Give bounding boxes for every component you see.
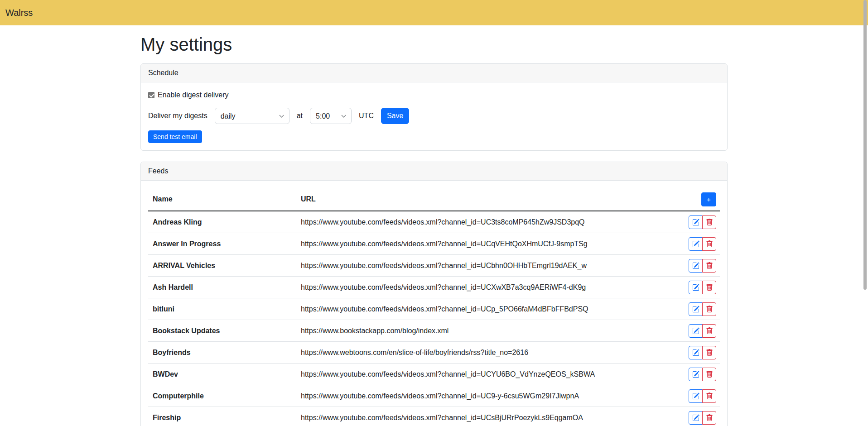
pencil-square-icon — [692, 306, 699, 313]
feed-url: https://www.bookstackapp.com/blog/index.… — [296, 323, 679, 339]
pencil-square-icon — [692, 349, 699, 356]
edit-feed-button[interactable] — [689, 346, 703, 359]
row-actions — [689, 346, 716, 359]
feeds-card: Feeds Name URL + Andreas Kling https://w… — [140, 162, 728, 426]
row-actions — [689, 237, 716, 251]
feeds-card-body: Name URL + Andreas Kling https://www.you… — [141, 181, 727, 426]
edit-feed-button[interactable] — [689, 259, 703, 273]
trash-icon — [706, 262, 713, 269]
trash-icon — [706, 392, 713, 400]
pencil-square-icon — [692, 284, 699, 291]
enable-digest-checkbox[interactable] — [148, 92, 154, 98]
edit-feed-button[interactable] — [689, 368, 703, 381]
feed-name: Andreas Kling — [148, 215, 296, 230]
add-feed-button[interactable]: + — [701, 192, 716, 206]
delete-feed-button[interactable] — [702, 368, 716, 381]
send-test-email-button[interactable]: Send test email — [148, 130, 202, 143]
feed-url: https://www.webtoons.com/en/slice-of-lif… — [296, 345, 679, 360]
feeds-table: Name URL + Andreas Kling https://www.you… — [148, 188, 720, 426]
pencil-square-icon — [692, 262, 699, 269]
row-actions — [689, 302, 716, 316]
top-navbar: Walrss — [0, 0, 868, 25]
schedule-card-body: Enable digest delivery Deliver my digest… — [141, 82, 727, 150]
enable-digest-text: Enable digest delivery — [158, 90, 229, 101]
edit-feed-button[interactable] — [689, 215, 703, 229]
delete-feed-button[interactable] — [702, 259, 716, 273]
trash-icon — [706, 349, 713, 356]
trash-icon — [706, 240, 713, 248]
table-row: ARRIVAL Vehicles https://www.youtube.com… — [148, 255, 720, 277]
time-select[interactable]: 5:00 — [310, 108, 352, 124]
feed-name: Bookstack Updates — [148, 323, 296, 339]
trash-icon — [706, 414, 713, 421]
feed-url: https://www.youtube.com/feeds/videos.xml… — [296, 410, 679, 426]
delete-feed-button[interactable] — [702, 324, 716, 338]
delete-feed-button[interactable] — [702, 215, 716, 229]
feed-url: https://www.youtube.com/feeds/videos.xml… — [296, 302, 679, 317]
delete-feed-button[interactable] — [702, 411, 716, 425]
feed-url: https://www.youtube.com/feeds/videos.xml… — [296, 367, 679, 382]
pencil-square-icon — [692, 240, 699, 248]
table-row: Boyfriends https://www.webtoons.com/en/s… — [148, 342, 720, 364]
row-actions — [689, 368, 716, 381]
timezone-label: UTC — [359, 112, 374, 120]
feed-url: https://www.youtube.com/feeds/videos.xml… — [296, 258, 679, 273]
main-container: My settings Schedule Enable digest deliv… — [140, 25, 728, 426]
feeds-table-body: Andreas Kling https://www.youtube.com/fe… — [148, 211, 720, 426]
edit-feed-button[interactable] — [689, 302, 703, 316]
edit-feed-button[interactable] — [689, 324, 703, 338]
frequency-select[interactable]: daily — [215, 108, 289, 124]
edit-feed-button[interactable] — [689, 281, 703, 294]
delivery-form-row: Deliver my digests daily at 5:00 UTC Sav… — [148, 108, 720, 124]
delete-feed-button[interactable] — [702, 346, 716, 359]
row-actions — [689, 411, 716, 425]
edit-feed-button[interactable] — [689, 237, 703, 251]
feeds-card-header: Feeds — [141, 162, 727, 181]
schedule-card-header: Schedule — [141, 64, 727, 82]
edit-feed-button[interactable] — [689, 411, 703, 425]
pencil-square-icon — [692, 327, 699, 335]
feed-url: https://www.youtube.com/feeds/videos.xml… — [296, 388, 679, 404]
table-row: Ash Hardell https://www.youtube.com/feed… — [148, 277, 720, 298]
feed-name: Boyfriends — [148, 345, 296, 360]
trash-icon — [706, 371, 713, 378]
page-title: My settings — [140, 34, 728, 55]
delete-feed-button[interactable] — [702, 389, 716, 403]
trash-icon — [706, 327, 713, 335]
column-header-url: URL — [296, 191, 679, 207]
brand-link[interactable]: Walrss — [5, 8, 33, 18]
delete-feed-button[interactable] — [702, 302, 716, 316]
trash-icon — [706, 219, 713, 226]
feed-name: Fireship — [148, 410, 296, 426]
table-row: Bookstack Updates https://www.bookstacka… — [148, 320, 720, 342]
delete-feed-button[interactable] — [702, 237, 716, 251]
save-button[interactable]: Save — [381, 108, 409, 124]
deliver-label: Deliver my digests — [148, 112, 207, 120]
feed-name: BWDev — [148, 367, 296, 382]
feed-name: ARRIVAL Vehicles — [148, 258, 296, 273]
table-row: bitluni https://www.youtube.com/feeds/vi… — [148, 298, 720, 320]
row-actions — [689, 215, 716, 229]
vertical-scrollbar-thumb[interactable] — [863, 0, 867, 290]
pencil-square-icon — [692, 414, 699, 421]
at-label: at — [297, 112, 303, 120]
pencil-square-icon — [692, 392, 699, 400]
feed-name: Computerphile — [148, 388, 296, 404]
feed-url: https://www.youtube.com/feeds/videos.xml… — [296, 236, 679, 252]
table-row: BWDev https://www.youtube.com/feeds/vide… — [148, 364, 720, 385]
enable-digest-label[interactable]: Enable digest delivery — [148, 90, 720, 101]
feed-name: bitluni — [148, 302, 296, 317]
delete-feed-button[interactable] — [702, 281, 716, 294]
feed-name: Ash Hardell — [148, 280, 296, 295]
row-actions — [689, 324, 716, 338]
feed-url: https://www.youtube.com/feeds/videos.xml… — [296, 280, 679, 295]
row-actions — [689, 389, 716, 403]
edit-feed-button[interactable] — [689, 389, 703, 403]
row-actions — [689, 281, 716, 294]
table-row: Computerphile https://www.youtube.com/fe… — [148, 385, 720, 407]
feed-url: https://www.youtube.com/feeds/videos.xml… — [296, 215, 679, 230]
schedule-card: Schedule Enable digest delivery Deliver … — [140, 63, 728, 151]
trash-icon — [706, 284, 713, 291]
table-row: Answer In Progress https://www.youtube.c… — [148, 233, 720, 255]
feed-name: Answer In Progress — [148, 236, 296, 252]
